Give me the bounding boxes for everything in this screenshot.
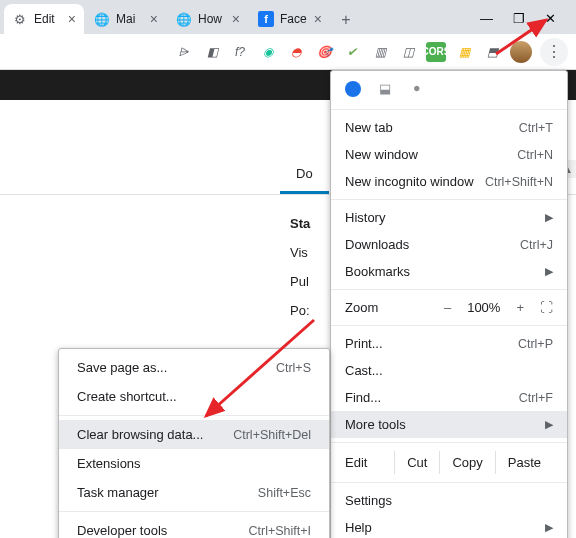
chrome-main-menu: ⬓ ● New tabCtrl+T New windowCtrl+N New i… [330, 70, 568, 538]
grammarly-icon[interactable]: ◉ [258, 42, 278, 62]
chevron-right-icon: ▶ [545, 521, 553, 534]
extension-icon[interactable]: ◓ [286, 42, 306, 62]
gear-icon: ⚙ [12, 11, 28, 27]
incognito-icon[interactable]: ● [413, 81, 429, 97]
tab-facebook[interactable]: f Face × [250, 4, 330, 34]
cors-icon[interactable]: CORS [426, 42, 446, 62]
zoom-label: Zoom [345, 300, 428, 315]
chevron-right-icon: ▶ [545, 211, 553, 224]
chevron-right-icon: ▶ [545, 418, 553, 431]
extension-icon[interactable]: ▦ [454, 42, 474, 62]
fullscreen-icon[interactable]: ⛶ [540, 300, 553, 315]
submenu-extensions[interactable]: Extensions [59, 449, 329, 478]
extension-icon[interactable]: ✔ [342, 42, 362, 62]
menu-icon-row: ⬓ ● [331, 75, 567, 105]
tab-manager-icon[interactable] [345, 81, 361, 97]
tab-label: Edit [34, 12, 62, 26]
facebook-icon: f [258, 11, 274, 27]
menu-downloads[interactable]: DownloadsCtrl+J [331, 231, 567, 258]
close-icon[interactable]: × [150, 12, 158, 26]
paste-button[interactable]: Paste [495, 451, 553, 474]
menu-print[interactable]: Print...Ctrl+P [331, 330, 567, 357]
minimize-icon[interactable]: — [480, 11, 493, 26]
menu-find[interactable]: Find...Ctrl+F [331, 384, 567, 411]
copy-button[interactable]: Copy [439, 451, 494, 474]
globe-icon: 🌐 [94, 11, 110, 27]
kebab-menu-icon[interactable]: ⋮ [540, 38, 568, 66]
cut-button[interactable]: Cut [394, 451, 439, 474]
window-icon[interactable]: ⬓ [379, 81, 395, 97]
extension-icon[interactable]: ⬒ [482, 42, 502, 62]
menu-cast[interactable]: Cast... [331, 357, 567, 384]
close-icon[interactable]: × [314, 12, 322, 26]
menu-settings[interactable]: Settings [331, 487, 567, 514]
maximize-icon[interactable]: ❐ [513, 11, 525, 26]
menu-zoom: Zoom – 100% + ⛶ [331, 294, 567, 321]
submenu-clear-browsing-data[interactable]: Clear browsing data...Ctrl+Shift+Del [59, 420, 329, 449]
new-tab-button[interactable]: + [332, 6, 360, 34]
zoom-value: 100% [467, 300, 500, 315]
zoom-in-button[interactable]: + [510, 300, 530, 315]
tab-how[interactable]: 🌐 How × [168, 4, 248, 34]
avatar[interactable] [510, 41, 532, 63]
extension-icon[interactable]: ◫ [398, 42, 418, 62]
menu-more-tools[interactable]: More tools▶ [331, 411, 567, 438]
window-controls: — ❐ ✕ [480, 11, 572, 34]
submenu-developer-tools[interactable]: Developer toolsCtrl+Shift+I [59, 516, 329, 538]
submenu-save-page[interactable]: Save page as...Ctrl+S [59, 353, 329, 382]
tab-edit[interactable]: ⚙ Edit × [4, 4, 84, 34]
close-icon[interactable]: × [68, 12, 76, 26]
submenu-task-manager[interactable]: Task managerShift+Esc [59, 478, 329, 507]
submenu-create-shortcut[interactable]: Create shortcut... [59, 382, 329, 411]
extension-icon[interactable]: ▥ [370, 42, 390, 62]
menu-new-window[interactable]: New windowCtrl+N [331, 141, 567, 168]
close-window-icon[interactable]: ✕ [545, 11, 556, 26]
tab-strip: ⚙ Edit × 🌐 Mai × 🌐 How × f Face × + — ❐ … [0, 0, 576, 34]
menu-help[interactable]: Help▶ [331, 514, 567, 538]
menu-edit-row: Edit Cut Copy Paste [331, 447, 567, 478]
more-tools-submenu: Save page as...Ctrl+S Create shortcut...… [58, 348, 330, 538]
tab-label: Face [280, 12, 308, 26]
tab-label: How [198, 12, 226, 26]
menu-new-tab[interactable]: New tabCtrl+T [331, 114, 567, 141]
zoom-out-button[interactable]: – [438, 300, 457, 315]
edit-label: Edit [345, 455, 394, 470]
chevron-right-icon: ▶ [545, 265, 553, 278]
close-icon[interactable]: × [232, 12, 240, 26]
browser-toolbar: ⩥ ◧ f? ◉ ◓ 🎯 ✔ ▥ ◫ CORS ▦ ⬒ ⋮ [0, 34, 576, 70]
f-question-icon[interactable]: f? [230, 42, 250, 62]
tab-main[interactable]: 🌐 Mai × [86, 4, 166, 34]
menu-bookmarks[interactable]: Bookmarks▶ [331, 258, 567, 285]
menu-history[interactable]: History▶ [331, 204, 567, 231]
translate-icon[interactable]: ⩥ [174, 42, 194, 62]
menu-incognito[interactable]: New incognito windowCtrl+Shift+N [331, 168, 567, 195]
tab-label: Mai [116, 12, 144, 26]
extension-icon[interactable]: ◧ [202, 42, 222, 62]
globe-icon: 🌐 [176, 11, 192, 27]
extension-icon[interactable]: 🎯 [314, 42, 334, 62]
tab-document[interactable]: Do [280, 154, 329, 194]
